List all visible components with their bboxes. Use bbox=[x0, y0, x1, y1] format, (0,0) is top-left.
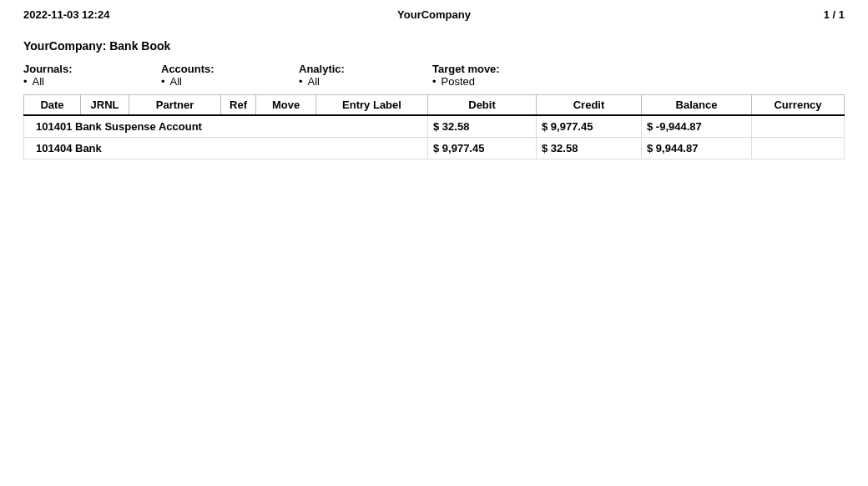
filter-target-move-label: Target move: bbox=[432, 63, 570, 75]
table-header-row: Date JRNL Partner Ref Move Entry Label D… bbox=[24, 95, 845, 116]
cell-balance: $ 9,944.87 bbox=[642, 138, 752, 159]
col-ref: Ref bbox=[221, 95, 256, 116]
header-datetime: 2022-11-03 12:24 bbox=[23, 8, 297, 21]
col-date: Date bbox=[24, 95, 81, 116]
header-pagination: 1 / 1 bbox=[571, 8, 845, 21]
filter-journals: Journals: All bbox=[23, 63, 161, 88]
col-jrnl: JRNL bbox=[81, 95, 129, 116]
cell-currency bbox=[752, 138, 845, 159]
cell-debit: $ 9,977.45 bbox=[428, 138, 537, 159]
account-name: 101404 Bank bbox=[24, 138, 428, 159]
filter-accounts: Accounts: All bbox=[161, 63, 299, 88]
col-balance: Balance bbox=[642, 95, 752, 116]
filter-journals-value: All bbox=[23, 75, 161, 88]
filter-target-move: Target move: Posted bbox=[432, 63, 570, 88]
cell-currency bbox=[752, 115, 845, 138]
page-current: 1 bbox=[824, 8, 830, 21]
col-partner: Partner bbox=[129, 95, 221, 116]
col-debit: Debit bbox=[428, 95, 537, 116]
table-row: 101401 Bank Suspense Account $ 32.58 $ 9… bbox=[24, 115, 845, 138]
col-credit: Credit bbox=[537, 95, 642, 116]
col-currency: Currency bbox=[752, 95, 845, 116]
cell-debit: $ 32.58 bbox=[428, 115, 537, 138]
cell-credit: $ 32.58 bbox=[537, 138, 642, 159]
page-sep: / bbox=[830, 8, 839, 21]
filter-analytic-label: Analytic: bbox=[299, 63, 432, 75]
page-total: 1 bbox=[839, 8, 845, 21]
report-title: YourCompany: Bank Book bbox=[23, 39, 845, 53]
filter-journals-label: Journals: bbox=[23, 63, 161, 75]
table-row: 101404 Bank $ 9,977.45 $ 32.58 $ 9,944.8… bbox=[24, 138, 845, 159]
filter-accounts-label: Accounts: bbox=[161, 63, 299, 75]
header-company: YourCompany bbox=[297, 8, 571, 21]
filter-accounts-value: All bbox=[161, 75, 299, 88]
col-entry-label: Entry Label bbox=[316, 95, 428, 116]
page-header: 2022-11-03 12:24 YourCompany 1 / 1 bbox=[23, 8, 845, 21]
bank-book-table: Date JRNL Partner Ref Move Entry Label D… bbox=[23, 94, 845, 159]
filters-row: Journals: All Accounts: All Analytic: Al… bbox=[23, 63, 845, 88]
col-move: Move bbox=[256, 95, 316, 116]
account-name: 101401 Bank Suspense Account bbox=[24, 115, 428, 138]
filter-target-move-value: Posted bbox=[432, 75, 570, 88]
filter-analytic: Analytic: All bbox=[299, 63, 432, 88]
cell-balance: $ -9,944.87 bbox=[642, 115, 752, 138]
cell-credit: $ 9,977.45 bbox=[537, 115, 642, 138]
filter-analytic-value: All bbox=[299, 75, 432, 88]
